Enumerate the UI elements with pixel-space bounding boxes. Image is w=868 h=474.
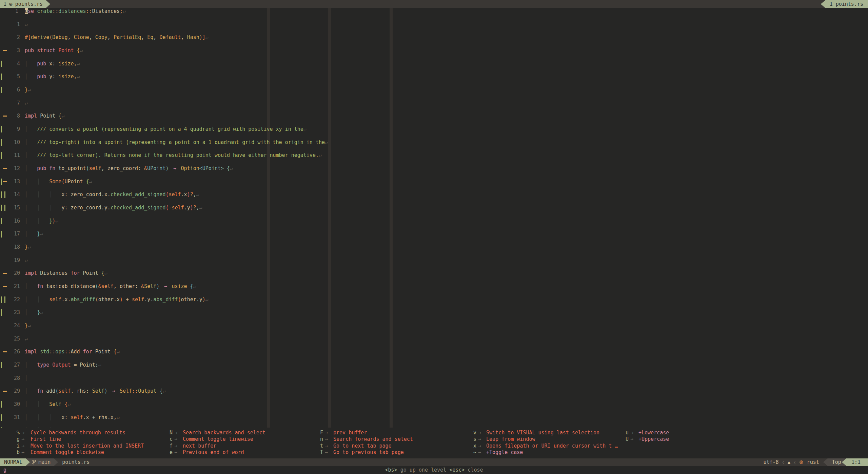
code-token: ,	[181, 34, 187, 40]
code-token: #[	[25, 34, 31, 40]
code-line[interactable]: 22│ │ self.x.abs_diff(other.x) + self.y.…	[0, 296, 868, 303]
code-text: │ │ self.x.abs_diff(other.x) + self.y.ab…	[25, 296, 209, 303]
line-number: 26	[6, 349, 20, 355]
arrow-right-icon: →	[478, 443, 481, 449]
code-line[interactable]: 3pub struct Point {↵	[0, 47, 868, 54]
line-number: 19	[6, 257, 20, 264]
gutter: 18	[0, 244, 25, 250]
code-token: y: zero_coord.y.	[61, 205, 111, 211]
code-line[interactable]: 25↵	[0, 336, 868, 342]
code-line[interactable]: 9│ /// converts a point (representing a …	[0, 126, 868, 132]
code-token: {	[190, 283, 193, 289]
line-number: 9	[6, 126, 20, 132]
code-line[interactable]: 7↵	[0, 100, 868, 106]
arrow-right-icon: →	[21, 443, 24, 449]
code-editor-buffer[interactable]: 1use crate::distances::Distances;↵1↵2#[d…	[0, 8, 868, 428]
line-number: 5	[6, 74, 20, 80]
code-line[interactable]: 30│ │ Self {↵	[0, 401, 868, 408]
code-line[interactable]: 21│ fn taxicab_distance(&self, other: &S…	[0, 283, 868, 290]
code-line[interactable]: 26impl std::ops::Add for Point {↵	[0, 349, 868, 355]
code-line[interactable]: 13│ │ Some(UPoint {↵	[0, 179, 868, 185]
code-line[interactable]: 4│ pub x: isize,↵	[0, 61, 868, 67]
code-line[interactable]: 2#[derive(Debug, Clone, Copy, PartialEq,…	[0, 34, 868, 41]
code-text: │ }↵	[25, 231, 43, 237]
code-token: ,	[196, 205, 199, 211]
code-token: (	[86, 165, 89, 171]
code-text: │ /// converts a point (representing a p…	[25, 126, 307, 132]
code-line[interactable]: 23│ }↵	[0, 309, 868, 316]
code-token: x: zero_coord.x.	[61, 191, 111, 198]
code-line[interactable]: 5│ pub y: isize,↵	[0, 74, 868, 80]
code-text: │ │ │ x: zero_coord.x.checked_add_signed…	[25, 191, 199, 198]
code-line[interactable]: 31│ │ │ x: self.x + rhs.x,↵	[0, 414, 868, 421]
code-line[interactable]: 29│ fn add(self, rhs: Self) → Self::Outp…	[0, 388, 868, 394]
code-token: &	[144, 165, 147, 171]
code-token: other.x	[98, 296, 120, 303]
whichkey-key: N	[170, 430, 173, 436]
line-number: 24	[6, 323, 20, 329]
code-text: │ /// top-left corner). Returns none if …	[25, 152, 322, 159]
code-token: Debug	[52, 34, 67, 40]
line-number: 4	[6, 61, 20, 67]
gutter: 11	[0, 152, 25, 159]
code-token	[178, 165, 181, 171]
code-line[interactable]: 19↵	[0, 257, 868, 264]
line-number: 1	[6, 8, 18, 15]
code-line[interactable]: 12│ pub fn to_upoint(self, zero_coord: &…	[0, 165, 868, 172]
whichkey-key: %	[17, 430, 20, 436]
code-token: self	[58, 388, 71, 394]
code-line[interactable]: 8impl Point {↵	[0, 113, 868, 119]
code-line[interactable]: 24}↵	[0, 323, 868, 329]
whichkey-description: Previous end of word	[183, 449, 244, 455]
tab-list-indicator[interactable]: 1 points.rs	[821, 0, 868, 8]
code-line[interactable]: 11│ /// top-left corner). Returns none i…	[0, 152, 868, 159]
code-token: , zero_coord:	[101, 165, 144, 171]
line-number: 22	[6, 296, 20, 303]
code-line[interactable]: 1↵	[0, 21, 868, 28]
code-token	[34, 8, 37, 14]
line-number: 13	[6, 179, 20, 185]
code-token: self	[169, 191, 181, 198]
code-token: Eq	[147, 34, 153, 40]
newline-symbol: ↵	[67, 401, 71, 407]
hint-key: <esc>	[449, 467, 465, 473]
code-token: self	[71, 414, 83, 420]
code-line[interactable]: 20impl Distances for Point {↵	[0, 270, 868, 276]
gutter: 31	[0, 414, 25, 421]
indent-guide: │	[25, 191, 28, 198]
code-line[interactable]: 10│ /// top-right) into a upoint (repres…	[0, 139, 868, 146]
line-number: 15	[6, 205, 20, 211]
code-line[interactable]: 18}↵	[0, 244, 868, 250]
code-line[interactable]: 16│ │ })↵	[0, 218, 868, 224]
code-token: Copy	[95, 34, 107, 40]
gutter: 13	[0, 179, 25, 185]
code-line[interactable]: 15│ │ │ y: zero_coord.y.checked_add_sign…	[0, 205, 868, 211]
line-number: 28	[6, 375, 20, 382]
code-token: Default	[159, 34, 181, 40]
code-token: UPoint	[64, 179, 86, 185]
code-token: }	[25, 323, 28, 329]
code-line[interactable]: 14│ │ │ x: zero_coord.x.checked_add_sign…	[0, 191, 868, 198]
code-token: .x.	[61, 296, 71, 303]
git-added-sign	[1, 126, 2, 132]
code-text: ↵	[25, 257, 28, 264]
code-token: fn	[37, 283, 43, 289]
newline-symbol: ↵	[98, 362, 101, 368]
code-token: abs_diff	[153, 296, 178, 303]
code-line[interactable]: 27│ type Output = Point;↵	[0, 362, 868, 368]
code-token: UPoint	[202, 165, 221, 171]
gutter: 26	[0, 349, 25, 355]
statusline: NORMAL main points.rs utf-8 ‹ ▲ ‹	[0, 458, 868, 466]
code-line[interactable]: 28│	[0, 375, 868, 382]
code-token: .x	[181, 191, 187, 198]
tab-points-rs-active[interactable]: 1⊛points.rs	[0, 0, 50, 8]
code-text: │ │ })↵	[25, 218, 58, 224]
code-text: │ fn add(self, rhs: Self) → Self::Output…	[25, 388, 165, 394]
code-token: ,	[67, 34, 74, 40]
code-line[interactable]: 6}↵	[0, 87, 868, 93]
code-token: y:	[46, 74, 58, 80]
gutter: 14	[0, 191, 25, 198]
code-line[interactable]: 1use crate::distances::Distances;↵	[0, 8, 868, 15]
code-line[interactable]: 17│ }↵	[0, 231, 868, 237]
editor-window: 1⊛points.rs 1 points.rs 1use crate::dist…	[0, 0, 868, 474]
